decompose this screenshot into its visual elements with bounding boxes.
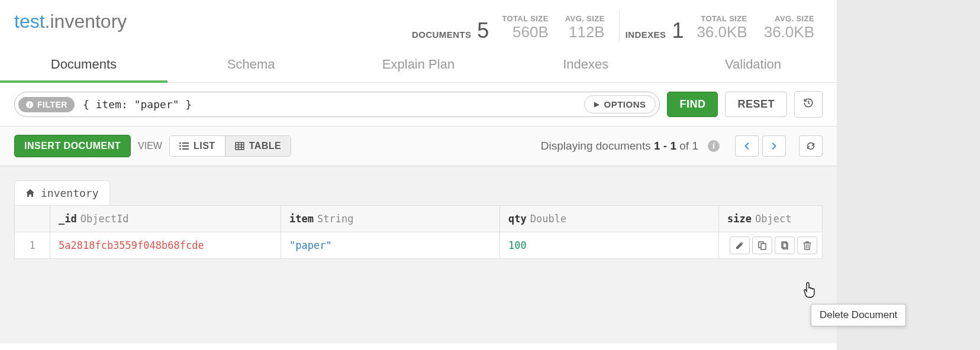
data-grid: _idObjectId itemString qtyDouble sizeObj… — [14, 205, 823, 259]
tabs: Documents Schema Explain Plan Indexes Va… — [0, 48, 837, 83]
idx-avgsize-label: AVG. SIZE — [764, 14, 814, 23]
col-size-header[interactable]: sizeObject — [719, 206, 822, 232]
indexes-count: 1 — [672, 20, 684, 41]
indexes-label: INDEXES — [626, 30, 666, 40]
view-toggle: LIST TABLE — [169, 135, 291, 157]
cell-qty[interactable]: 100 — [500, 232, 719, 258]
info-icon: i — [25, 101, 34, 109]
col-size-type: Object — [755, 213, 791, 225]
docs-toolbar: INSERT DOCUMENT VIEW LIST TABLE Displayi… — [0, 127, 837, 166]
tab-validation[interactable]: Validation — [669, 48, 837, 82]
history-icon — [803, 98, 814, 108]
col-item-type: String — [317, 213, 353, 225]
view-table-label: TABLE — [249, 141, 282, 151]
tab-explain-plan[interactable]: Explain Plan — [335, 48, 502, 82]
row-index: 1 — [15, 232, 50, 258]
tab-indexes[interactable]: Indexes — [502, 48, 669, 82]
tab-documents[interactable]: Documents — [0, 48, 167, 83]
trash-icon — [802, 241, 812, 250]
refresh-icon — [806, 141, 815, 151]
chevron-right-icon — [769, 141, 779, 151]
copy-icon — [780, 241, 789, 250]
namespace-title: test.inventory — [14, 11, 127, 33]
pencil-icon — [735, 241, 744, 250]
tooltip-text: Delete Document — [820, 309, 897, 320]
find-button[interactable]: FIND — [667, 92, 718, 117]
chevron-left-icon — [742, 141, 752, 151]
edit-document-button[interactable] — [730, 236, 750, 254]
doc-totalsize: 560B — [502, 23, 548, 41]
displaying-total: 1 — [692, 140, 698, 152]
tooltip-delete-document: Delete Document — [811, 304, 906, 326]
right-gutter — [837, 0, 980, 350]
cell-item[interactable]: "paper" — [281, 232, 500, 258]
doc-avgsize-label: AVG. SIZE — [565, 14, 605, 23]
query-bar: i FILTER ▶ OPTIONS FIND RESET — [0, 83, 837, 127]
grid-header: _idObjectId itemString qtyDouble sizeObj… — [15, 206, 822, 232]
divider — [619, 11, 620, 41]
table-area: inventory _idObjectId itemString qtyDoub… — [0, 166, 837, 343]
reset-button[interactable]: RESET — [725, 92, 787, 117]
idx-totalsize: 36.0KB — [697, 23, 747, 41]
options-label: OPTIONS — [604, 99, 646, 109]
table-row[interactable]: 1 5a2818fcb3559f048b68fcde "paper" 100 — [15, 232, 822, 258]
next-page-button[interactable] — [762, 135, 786, 157]
svg-rect-5 — [182, 145, 189, 147]
col-size-name: size — [727, 213, 752, 225]
doc-totalsize-label: TOTAL SIZE — [502, 14, 548, 23]
documents-count: 5 — [477, 20, 489, 41]
view-table-button[interactable]: TABLE — [225, 136, 291, 156]
svg-rect-7 — [182, 148, 189, 150]
documents-label: DOCUMENTS — [412, 30, 471, 40]
col-id-name: _id — [59, 213, 77, 225]
info-icon[interactable]: i — [708, 140, 720, 152]
cell-id[interactable]: 5a2818fcb3559f048b68fcde — [50, 232, 281, 258]
collection-name: .inventory — [45, 11, 127, 32]
tab-schema[interactable]: Schema — [167, 48, 335, 82]
col-item-header[interactable]: itemString — [281, 206, 500, 232]
breadcrumb-label: inventory — [41, 187, 99, 199]
breadcrumb[interactable]: inventory — [14, 180, 110, 205]
refresh-button[interactable] — [799, 135, 823, 157]
col-item-name: item — [289, 213, 314, 225]
prev-page-button[interactable] — [735, 135, 759, 157]
home-icon — [25, 189, 35, 198]
svg-rect-2 — [179, 142, 181, 144]
idx-avgsize: 36.0KB — [764, 23, 814, 41]
svg-text:i: i — [28, 101, 30, 108]
displaying-range: 1 - 1 — [654, 140, 676, 152]
displaying-mid: of — [676, 140, 692, 152]
query-history-button[interactable] — [794, 91, 823, 118]
displaying-prefix: Displaying documents — [541, 140, 654, 152]
idx-totalsize-label: TOTAL SIZE — [697, 14, 747, 23]
col-qty-name: qty — [508, 213, 527, 225]
filter-badge-label: FILTER — [37, 100, 67, 109]
svg-rect-14 — [761, 244, 766, 249]
svg-rect-3 — [182, 142, 189, 144]
clone-icon — [757, 241, 767, 250]
table-icon — [235, 141, 244, 151]
doc-avgsize: 112B — [565, 23, 605, 41]
col-qty-header[interactable]: qtyDouble — [500, 206, 719, 232]
insert-document-button[interactable]: INSERT DOCUMENT — [14, 135, 131, 157]
col-id-header[interactable]: _idObjectId — [50, 206, 281, 232]
copy-document-button[interactable] — [775, 236, 795, 254]
filter-badge: i FILTER — [18, 97, 75, 112]
cell-size[interactable] — [719, 232, 822, 258]
col-index — [15, 206, 50, 232]
row-actions — [730, 236, 817, 254]
view-list-button[interactable]: LIST — [170, 136, 225, 156]
delete-document-button[interactable] — [797, 236, 817, 254]
svg-rect-6 — [179, 148, 181, 150]
clone-document-button[interactable] — [752, 236, 772, 254]
filter-wrap: i FILTER ▶ OPTIONS — [14, 92, 660, 117]
col-qty-type: Double — [530, 213, 566, 225]
list-icon — [179, 141, 189, 151]
triangle-right-icon: ▶ — [594, 101, 599, 108]
filter-input[interactable] — [75, 98, 584, 111]
svg-rect-4 — [179, 145, 181, 147]
options-button[interactable]: ▶ OPTIONS — [584, 95, 656, 114]
stats-row: DOCUMENTS 5 TOTAL SIZE 560B AVG. SIZE 11… — [412, 11, 823, 41]
displaying-text: Displaying documents 1 - 1 of 1 — [541, 140, 698, 153]
pager — [735, 135, 786, 157]
